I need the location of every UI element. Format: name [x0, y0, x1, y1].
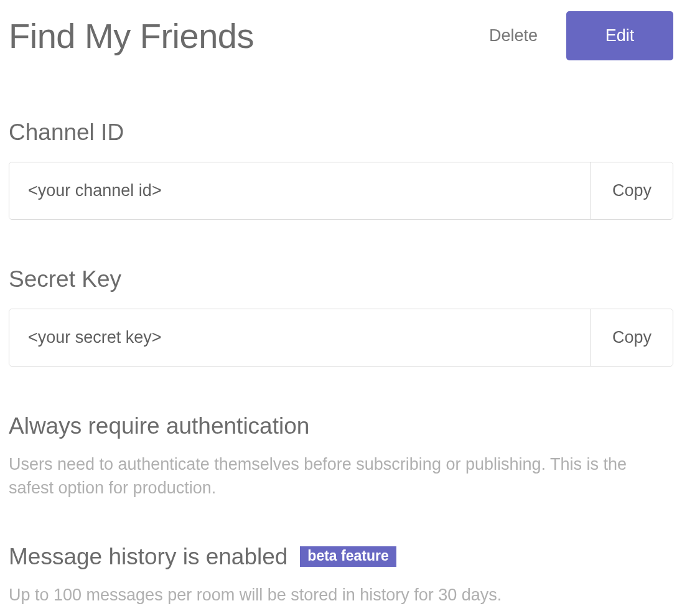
history-section-description: Up to 100 messages per room will be stor… — [9, 584, 673, 607]
auth-section-title: Always require authentication — [9, 413, 673, 439]
page-title: Find My Friends — [9, 16, 254, 56]
channel-id-section: Channel ID <your channel id> Copy — [9, 119, 673, 220]
history-section: Message history is enabled beta feature … — [9, 544, 673, 607]
channel-id-label: Channel ID — [9, 119, 673, 146]
secret-key-field-group: <your secret key> Copy — [9, 309, 673, 366]
secret-key-value: <your secret key> — [9, 309, 591, 366]
secret-key-label: Secret Key — [9, 266, 673, 292]
header: Find My Friends Delete Edit — [9, 11, 673, 60]
history-section-title: Message history is enabled beta feature — [9, 544, 673, 570]
auth-section: Always require authentication Users need… — [9, 413, 673, 500]
secret-key-section: Secret Key <your secret key> Copy — [9, 266, 673, 366]
auth-section-description: Users need to authenticate themselves be… — [9, 453, 673, 500]
channel-id-copy-button[interactable]: Copy — [591, 162, 673, 219]
beta-badge: beta feature — [300, 546, 396, 567]
header-actions: Delete Edit — [467, 11, 673, 60]
edit-button[interactable]: Edit — [566, 11, 673, 60]
channel-id-value: <your channel id> — [9, 162, 591, 219]
history-section-title-text: Message history is enabled — [9, 544, 287, 570]
secret-key-copy-button[interactable]: Copy — [591, 309, 673, 366]
delete-button[interactable]: Delete — [467, 14, 560, 58]
channel-id-field-group: <your channel id> Copy — [9, 162, 673, 220]
